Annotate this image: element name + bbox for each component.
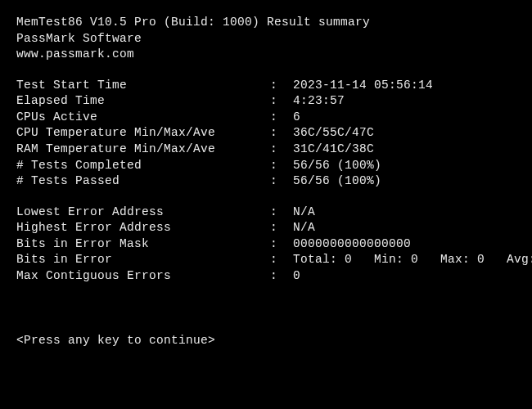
label: Test Start Time xyxy=(16,78,270,94)
colon: : xyxy=(270,78,293,94)
row-cpus-active: CPUs Active : 6 xyxy=(16,110,516,126)
row-cpu-temp: CPU Temperature Min/Max/Ave : 36C/55C/47… xyxy=(16,125,516,142)
colon: : xyxy=(270,220,293,236)
value: 4:23:57 xyxy=(293,93,516,110)
value: 31C/41C/38C xyxy=(293,142,516,158)
result-summary-screen[interactable]: MemTest86 V10.5 Pro (Build: 1000) Result… xyxy=(0,0,532,364)
vendor-name: PassMark Software xyxy=(16,31,516,47)
label: Max Contiguous Errors xyxy=(16,268,270,285)
colon: : xyxy=(270,204,293,221)
value: 0000000000000000 xyxy=(293,236,516,253)
value: Total: 0 Min: 0 Max: 0 Avg: 0 xyxy=(293,252,532,268)
value: N/A xyxy=(293,204,516,221)
colon: : xyxy=(270,268,293,285)
label: CPUs Active xyxy=(16,110,270,126)
continue-prompt: <Press any key to continue> xyxy=(16,333,516,349)
colon: : xyxy=(270,173,293,190)
value: 0 xyxy=(293,268,516,285)
colon: : xyxy=(270,110,293,126)
error-info-section: Lowest Error Address : N/A Highest Error… xyxy=(16,204,516,285)
app-title: MemTest86 V10.5 Pro (Build: 1000) Result… xyxy=(16,15,516,31)
label: # Tests Completed xyxy=(16,158,270,174)
colon: : xyxy=(270,252,293,268)
colon: : xyxy=(270,158,293,174)
colon: : xyxy=(270,125,293,142)
row-bits-in-error-mask: Bits in Error Mask : 0000000000000000 xyxy=(16,236,516,253)
colon: : xyxy=(270,93,293,110)
row-tests-passed: # Tests Passed : 56/56 (100%) xyxy=(16,173,516,190)
row-highest-error-address: Highest Error Address : N/A xyxy=(16,220,516,236)
value: 56/56 (100%) xyxy=(293,173,516,190)
value: N/A xyxy=(293,220,516,236)
label: CPU Temperature Min/Max/Ave xyxy=(16,125,270,142)
label: Highest Error Address xyxy=(16,220,270,236)
label: Elapsed Time xyxy=(16,93,270,110)
value: 36C/55C/47C xyxy=(293,125,516,142)
row-tests-completed: # Tests Completed : 56/56 (100%) xyxy=(16,158,516,174)
label: Bits in Error xyxy=(16,252,270,268)
row-ram-temp: RAM Temperature Min/Max/Ave : 31C/41C/38… xyxy=(16,142,516,158)
row-max-contiguous-errors: Max Contiguous Errors : 0 xyxy=(16,268,516,285)
header-block: MemTest86 V10.5 Pro (Build: 1000) Result… xyxy=(16,15,516,63)
label: Bits in Error Mask xyxy=(16,236,270,253)
label: # Tests Passed xyxy=(16,173,270,190)
row-bits-in-error: Bits in Error : Total: 0 Min: 0 Max: 0 A… xyxy=(16,252,516,268)
label: RAM Temperature Min/Max/Ave xyxy=(16,142,270,158)
row-elapsed-time: Elapsed Time : 4:23:57 xyxy=(16,93,516,110)
label: Lowest Error Address xyxy=(16,204,270,221)
row-lowest-error-address: Lowest Error Address : N/A xyxy=(16,204,516,221)
colon: : xyxy=(270,142,293,158)
vendor-url: www.passmark.com xyxy=(16,47,516,63)
test-info-section: Test Start Time : 2023-11-14 05:56:14 El… xyxy=(16,78,516,190)
value: 6 xyxy=(293,110,516,126)
colon: : xyxy=(270,236,293,253)
row-test-start-time: Test Start Time : 2023-11-14 05:56:14 xyxy=(16,78,516,94)
value: 56/56 (100%) xyxy=(293,158,516,174)
value: 2023-11-14 05:56:14 xyxy=(293,78,516,94)
